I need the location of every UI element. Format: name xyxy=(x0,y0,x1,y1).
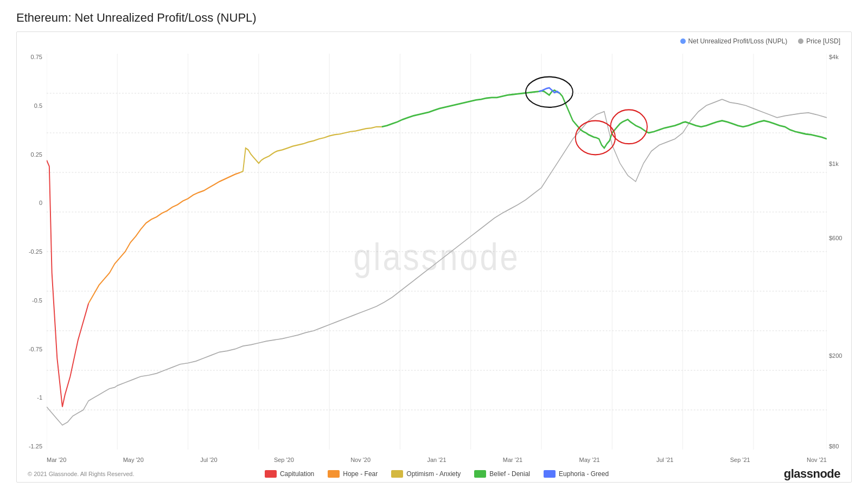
nupl-hope-fear xyxy=(88,172,240,303)
page-container: Ethereum: Net Unrealized Profit/Loss (NU… xyxy=(0,0,868,488)
chart-svg: glassnode xyxy=(47,54,827,450)
x-axis: Mar '20 May '20 Jul '20 Sep '20 Nov '20 … xyxy=(47,457,827,463)
nupl-optimism-anxiety xyxy=(240,127,382,172)
price-legend-label: Price [USD] xyxy=(806,37,840,45)
copyright-text: © 2021 Glassnode. All Rights Reserved. xyxy=(28,471,134,477)
chart-legend-top: Net Unrealized Profit/Loss (NUPL) Price … xyxy=(680,37,840,45)
nupl-legend-item: Net Unrealized Profit/Loss (NUPL) xyxy=(680,37,788,45)
price-legend-dot xyxy=(798,38,803,44)
nupl-belief-denial xyxy=(382,90,827,148)
y-axis-left: 0.75 0.5 0.25 0 -0.25 -0.5 -0.75 -1 -1.2… xyxy=(17,54,47,450)
footer-bar: © 2021 Glassnode. All Rights Reserved. g… xyxy=(17,466,851,482)
price-legend-item: Price [USD] xyxy=(798,37,840,45)
y-axis-right: $4k $1k $600 $200 $80 xyxy=(827,54,851,450)
chart-area: Net Unrealized Profit/Loss (NUPL) Price … xyxy=(16,31,852,483)
chart-canvas: glassnode xyxy=(47,54,827,450)
red-oval-annotation-2 xyxy=(610,110,647,144)
nupl-capitulation xyxy=(47,160,88,407)
nupl-legend-label: Net Unrealized Profit/Loss (NUPL) xyxy=(688,37,788,45)
watermark-text: glassnode xyxy=(353,235,520,278)
glassnode-brand-logo: glassnode xyxy=(784,467,840,481)
page-title: Ethereum: Net Unrealized Profit/Loss (NU… xyxy=(16,11,852,25)
nupl-euphoria-greed xyxy=(539,88,560,93)
nupl-legend-dot xyxy=(680,38,686,44)
